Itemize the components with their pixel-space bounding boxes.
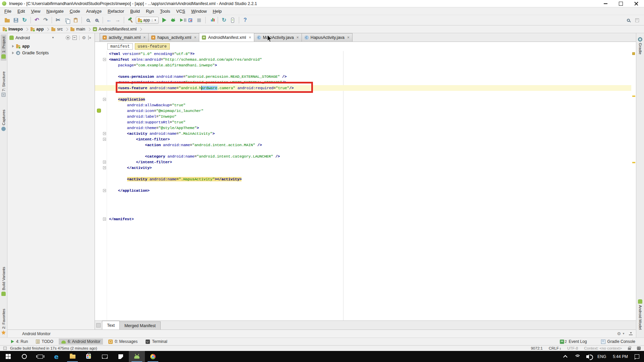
code-line[interactable]: android:icon="@mipmap/ic_launcher"	[95, 108, 636, 114]
code-line[interactable]	[95, 68, 636, 74]
xml-breadcrumb-manifest[interactable]: manifest	[107, 43, 133, 50]
stripe-button-gradle[interactable]: Gradle	[637, 35, 643, 57]
bottom-tab-text[interactable]: Text	[102, 321, 120, 329]
close-tab-icon[interactable]: ×	[347, 35, 350, 40]
back-icon[interactable]: ←	[105, 16, 113, 24]
stripe-button-7-structure[interactable]: 7: Structure	[1, 69, 6, 99]
menu-help[interactable]: Help	[210, 7, 225, 15]
code-line[interactable]	[95, 171, 636, 176]
avd-manager-icon[interactable]	[229, 16, 237, 24]
cut-icon[interactable]: ✂	[54, 16, 62, 24]
action-center-icon[interactable]	[635, 354, 639, 359]
stripe-button-build-variants[interactable]: Build Variants	[1, 265, 6, 298]
menu-view[interactable]: View	[28, 7, 43, 15]
language-indicator[interactable]: ENG	[597, 354, 606, 359]
menu-run[interactable]: Run	[143, 7, 157, 15]
toolwindow-button-todo[interactable]: TODO	[33, 339, 56, 345]
fold-icon[interactable]	[103, 161, 106, 164]
search-everywhere-icon[interactable]	[624, 16, 632, 24]
open-folder-icon[interactable]	[3, 16, 11, 24]
code-line[interactable]: <uses-permission android:name="android.p…	[95, 74, 636, 79]
menu-code[interactable]: Code	[67, 7, 83, 15]
fold-icon[interactable]	[103, 189, 106, 192]
code-line[interactable]: android:label="Inwepo"	[95, 114, 636, 119]
tab-androidmanifest-xml[interactable]: AndroidManifest.xml×	[199, 33, 254, 42]
hector-inspections-icon[interactable]	[637, 347, 641, 350]
stripe-button-1-project[interactable]: 1: Project	[1, 35, 6, 61]
tab-hapus-activity-xml[interactable]: hapus_activity.xml×	[148, 33, 199, 42]
code-line[interactable]: </application>	[95, 188, 636, 193]
line-ending-selector[interactable]: CRLF▲▼	[549, 346, 561, 350]
close-tab-icon[interactable]: ×	[143, 35, 146, 40]
project-view-selector[interactable]: Android ▼	[9, 36, 66, 40]
replace-icon[interactable]	[93, 16, 101, 24]
hide-panel-icon[interactable]	[88, 36, 93, 40]
breadcrumb-inwepo[interactable]: Inwepo	[3, 27, 23, 32]
forward-icon[interactable]: →	[114, 16, 122, 24]
toolwindow-button-event-log[interactable]: 2Event Log	[557, 339, 590, 345]
run-configuration-selector[interactable]: app▼	[136, 17, 159, 24]
run-icon[interactable]	[160, 16, 168, 24]
close-tab-icon[interactable]: ×	[249, 35, 251, 40]
fold-icon[interactable]	[103, 138, 106, 141]
code-line[interactable]: <activity android:name=".HapusActivity">…	[95, 176, 636, 182]
toolbar-options-icon[interactable]	[633, 16, 641, 24]
paste-icon[interactable]	[71, 16, 79, 24]
collapse-all-icon[interactable]	[72, 36, 77, 40]
fold-icon[interactable]	[103, 58, 106, 61]
warning-mark[interactable]	[632, 162, 635, 163]
help-icon[interactable]: ?	[241, 16, 249, 24]
copy-icon[interactable]	[63, 16, 71, 24]
locate-file-icon[interactable]	[66, 36, 70, 40]
attach-debugger-icon[interactable]	[186, 16, 195, 24]
debug-icon[interactable]	[169, 16, 177, 24]
code-line[interactable]	[95, 205, 636, 210]
menu-build[interactable]: Build	[127, 7, 143, 15]
fold-icon[interactable]	[103, 218, 106, 221]
stripe-button-captures[interactable]: Captures	[1, 108, 6, 133]
code-line[interactable]	[95, 210, 636, 216]
wifi-icon[interactable]	[574, 355, 580, 359]
taskbar-app-photos[interactable]	[113, 351, 129, 362]
code-line[interactable]: </intent-filter>	[95, 159, 636, 165]
menu-refactor[interactable]: Refactor	[105, 7, 127, 15]
find-icon[interactable]	[84, 16, 92, 24]
taskbar-app-task-view[interactable]	[32, 351, 48, 362]
clock[interactable]: 5:44 PM	[613, 354, 628, 359]
hidden-icons-chevron[interactable]	[563, 355, 568, 359]
tab-mainactivity-java[interactable]: CMainActivity.java×	[254, 33, 302, 42]
code-line[interactable]: <activity android:name=".MainActivity">	[95, 131, 636, 136]
code-line[interactable]: </manifest>	[95, 216, 636, 222]
taskbar-app-chrome[interactable]	[145, 351, 161, 362]
code-line[interactable]: <manifest xmlns:android="http://schemas.…	[95, 57, 636, 62]
toolwindow-button-6-android-monitor[interactable]: 6: Android Monitor	[59, 339, 103, 345]
bottom-tab-merged-manifest[interactable]: Merged Manifest	[119, 321, 161, 329]
tree-item-gradle-scripts[interactable]: Gradle Scripts	[7, 50, 95, 56]
close-button[interactable]	[629, 0, 644, 7]
toolwindow-button-4-run[interactable]: 4: Run	[8, 339, 31, 345]
code-line[interactable]: <application	[95, 97, 636, 102]
code-line[interactable]: android:allowBackup="true"	[95, 102, 636, 108]
minimize-panel-icon[interactable]	[629, 332, 633, 335]
code-line[interactable]: <?xml version="1.0" encoding="utf-8"?>	[95, 51, 636, 57]
taskbar-app-store[interactable]	[80, 351, 97, 362]
code-editor[interactable]: <?xml version="1.0" encoding="utf-8"?><m…	[95, 51, 636, 320]
menu-file[interactable]: File	[1, 7, 14, 15]
code-line[interactable]: package="com.example.abifirmandhani.inwe…	[95, 62, 636, 68]
code-line[interactable]: </activity>	[95, 165, 636, 171]
xml-breadcrumb-uses-feature[interactable]: uses-feature	[135, 43, 170, 50]
breadcrumb-src[interactable]: src	[51, 27, 63, 32]
code-line[interactable]	[95, 182, 636, 188]
redo-icon[interactable]: ↷	[42, 16, 50, 24]
run-coverage-icon[interactable]	[178, 16, 186, 24]
menu-window[interactable]: Window	[188, 7, 210, 15]
breadcrumb-androidmanifest.xml[interactable]: AndroidManifest.xml	[93, 27, 137, 32]
code-line[interactable]: android:supportsRtl="true"	[95, 119, 636, 125]
menu-analyze[interactable]: Analyze	[83, 7, 105, 15]
code-line[interactable]	[95, 193, 636, 199]
encoding-selector[interactable]: UTF-8	[567, 346, 578, 350]
code-line[interactable]: <category android:name="android.intent.c…	[95, 154, 636, 159]
toolwindow-button-terminal[interactable]: Terminal	[143, 339, 170, 345]
warning-mark[interactable]	[632, 96, 635, 97]
sync-icon[interactable]: ↻	[20, 16, 29, 24]
